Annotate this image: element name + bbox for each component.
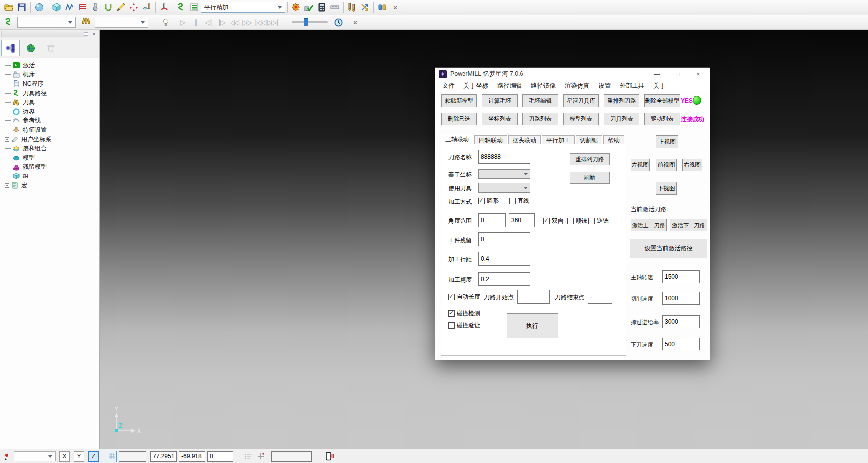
view-bottom-button[interactable]: 下视图 xyxy=(656,182,677,195)
position-input[interactable] xyxy=(271,451,312,462)
tree-item-macros[interactable]: +宏 xyxy=(4,181,99,190)
toolpath-name-input[interactable] xyxy=(478,150,530,164)
activate-prev-toolpath-button[interactable]: 激活上一刀路 xyxy=(631,219,667,232)
tool-list-button[interactable]: 刀具列表 xyxy=(604,113,639,125)
coord-x-input[interactable] xyxy=(150,451,177,462)
delete-selected-button[interactable]: 删除已选 xyxy=(441,113,477,125)
spindle-speed-input[interactable] xyxy=(662,270,700,283)
collision-avoid-checkbox[interactable]: 碰撞避让 xyxy=(448,321,480,330)
close-panel-icon[interactable]: × xyxy=(91,31,97,37)
save-icon[interactable] xyxy=(15,1,28,14)
lamp-icon[interactable] xyxy=(159,16,172,29)
menu-file[interactable]: 文件 xyxy=(438,82,459,90)
xyz-list-icon[interactable] xyxy=(241,450,254,463)
mode-circle-checkbox[interactable]: 圆形 xyxy=(478,197,499,205)
jog-position-icon[interactable] xyxy=(254,450,267,463)
coord-list-button[interactable]: 坐标列表 xyxy=(482,113,518,125)
expand-icon[interactable]: + xyxy=(5,183,9,188)
menu-settings[interactable]: 设置 xyxy=(594,82,615,90)
minimize-button[interactable]: — xyxy=(646,68,667,80)
pause-icon[interactable]: ∥ xyxy=(189,18,202,26)
tolerance-input[interactable] xyxy=(478,272,530,286)
auto-length-checkbox[interactable]: 自动长度 xyxy=(448,293,480,301)
pause-device-icon[interactable] xyxy=(323,450,336,463)
drive-list-button[interactable]: 驱动列表 xyxy=(644,113,680,125)
stock-remain-input[interactable] xyxy=(478,232,530,246)
tree-item-stock-models[interactable]: 残留模型 xyxy=(4,163,99,172)
tool-holder-icon[interactable] xyxy=(140,1,153,14)
u-channel-icon[interactable] xyxy=(102,1,115,14)
toolpath-select[interactable] xyxy=(17,17,76,28)
tab-explorer-globe[interactable] xyxy=(21,40,40,56)
block-icon[interactable] xyxy=(50,1,63,14)
execute-button[interactable]: 执行 xyxy=(507,313,558,338)
checkbox[interactable] xyxy=(448,322,455,329)
collision-check-checkbox[interactable]: 碰撞检测 xyxy=(448,309,480,318)
checkbox[interactable] xyxy=(543,218,550,224)
transform-arrows-icon[interactable] xyxy=(358,1,371,14)
tool-select[interactable] xyxy=(95,17,148,28)
grid-toggle-button[interactable] xyxy=(106,451,117,462)
view-top-button[interactable]: 上视图 xyxy=(656,135,678,148)
checkbox[interactable] xyxy=(448,310,455,317)
base-coord-select[interactable] xyxy=(478,169,530,179)
tree-item-levels-sets[interactable]: 层和组合 xyxy=(4,144,99,153)
tool-pair-icon[interactable] xyxy=(346,1,358,14)
view-left-button[interactable]: 左视图 xyxy=(631,159,650,171)
stock-edit-button[interactable]: 毛坯编辑 xyxy=(522,94,558,107)
calculator-icon[interactable] xyxy=(315,1,328,14)
rearrange-button[interactable]: 重排列刀路 xyxy=(570,153,610,165)
checkbox[interactable] xyxy=(567,218,574,224)
tree-item-models[interactable]: 模型 xyxy=(4,153,99,163)
point-tool-icon[interactable] xyxy=(1,450,14,463)
view-front-button[interactable]: 前视图 xyxy=(656,159,677,171)
rearrange-toolpaths-button[interactable]: 重排列刀路 xyxy=(604,94,639,107)
toolpath-list-button[interactable]: 刀路列表 xyxy=(522,113,558,125)
paste-model-button[interactable]: 粘贴新模型 xyxy=(441,94,477,107)
conventional-checkbox[interactable]: 逆铣 xyxy=(588,217,609,225)
open-file-icon[interactable] xyxy=(2,1,15,14)
checkbox[interactable] xyxy=(478,198,485,204)
step-forward-icon[interactable]: ∣▷ xyxy=(215,18,228,26)
menu-path-mirror[interactable]: 路径镜像 xyxy=(526,82,560,90)
tool-verify-icon[interactable] xyxy=(302,1,315,14)
ruler-icon[interactable] xyxy=(328,1,341,14)
checkbox[interactable] xyxy=(448,294,455,300)
climb-checkbox[interactable]: 顺铣 xyxy=(567,217,587,225)
bidirectional-checkbox[interactable]: 双向 xyxy=(543,217,564,225)
points-icon[interactable] xyxy=(127,1,140,14)
close-toolbar-icon[interactable]: × xyxy=(389,1,402,14)
refresh-button[interactable]: 刷新 xyxy=(570,172,610,184)
tree-item-patterns[interactable]: 参考线 xyxy=(4,116,99,126)
menu-render-sim[interactable]: 渲染仿真 xyxy=(560,82,594,90)
tab-3axis[interactable]: 三轴联动 xyxy=(441,134,473,145)
toolbox-star-icon[interactable] xyxy=(289,1,302,14)
tree-item-feature-sets[interactable]: 特征设置 xyxy=(4,125,99,135)
calc-stock-button[interactable]: 计算毛坯 xyxy=(482,94,518,107)
draft-pencil-icon[interactable] xyxy=(115,1,127,14)
strategy-dropdown[interactable]: 平行精加工 xyxy=(201,2,285,13)
close-button[interactable]: × xyxy=(688,68,709,80)
fast-forward-icon[interactable]: ▷▷ xyxy=(240,18,253,26)
close-sim-toolbar-icon[interactable]: × xyxy=(349,16,362,29)
maximize-button[interactable]: □ xyxy=(667,68,688,80)
tool-multi-icon[interactable] xyxy=(80,16,93,29)
angle-from-input[interactable] xyxy=(478,213,506,227)
toolpath-limit-icon[interactable] xyxy=(63,1,76,14)
snap-mode-select[interactable] xyxy=(14,451,56,461)
clock-icon[interactable] xyxy=(332,16,345,29)
set-active-path-button[interactable]: 设置当前激活路径 xyxy=(630,239,707,258)
plunge-feed-input[interactable] xyxy=(662,338,700,350)
angle-to-input[interactable] xyxy=(509,213,535,227)
tool-library-button[interactable]: 星河刀具库 xyxy=(563,94,599,107)
float-panel-icon[interactable] xyxy=(83,31,89,37)
tree-item-groups[interactable]: 组 xyxy=(4,172,99,181)
menu-coords[interactable]: 关于坐标 xyxy=(459,82,493,90)
coord-y-input[interactable] xyxy=(179,451,205,462)
ball-tool-icon[interactable] xyxy=(89,1,102,14)
mode-line-checkbox[interactable]: 直线 xyxy=(509,197,529,205)
view-right-button[interactable]: 右视图 xyxy=(682,159,702,171)
model-compare-icon[interactable] xyxy=(376,1,389,14)
toolpath-icon[interactable] xyxy=(2,16,15,29)
sphere-render-icon[interactable] xyxy=(33,1,46,14)
